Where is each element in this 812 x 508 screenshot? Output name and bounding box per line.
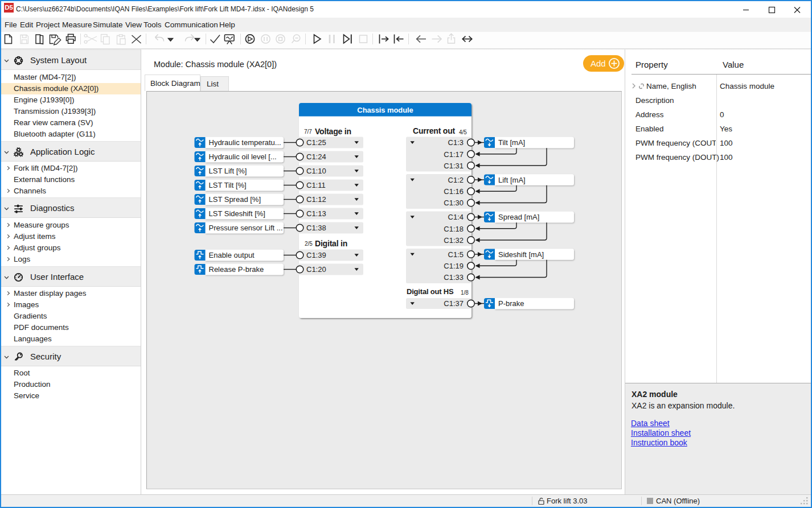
svg-text:C1:17: C1:17	[444, 150, 464, 159]
svg-text:C1:39: C1:39	[306, 251, 326, 259]
svg-text:C1:30: C1:30	[444, 199, 464, 207]
svg-text:LST Lift [%]: LST Lift [%]	[209, 167, 247, 175]
svg-text:C1:24: C1:24	[306, 152, 326, 161]
svg-text:C1:31: C1:31	[444, 162, 464, 170]
svg-text:Enable output: Enable output	[209, 251, 255, 259]
svg-text:C1:10: C1:10	[306, 167, 326, 175]
svg-text:C1:37: C1:37	[444, 299, 464, 308]
svg-text:C1:33: C1:33	[444, 273, 464, 282]
svg-text:C1:11: C1:11	[306, 181, 326, 189]
svg-text:LST Spread [%]: LST Spread [%]	[209, 195, 261, 204]
svg-text:Digital out HS: Digital out HS	[407, 287, 454, 296]
svg-text:Pressure sensor Lift ...: Pressure sensor Lift ...	[209, 224, 283, 232]
svg-text:Hydraulic temperatu...: Hydraulic temperatu...	[209, 138, 281, 147]
svg-text:4/5: 4/5	[459, 129, 467, 135]
svg-text:C1:25: C1:25	[306, 138, 326, 147]
svg-text:C1:18: C1:18	[444, 225, 464, 233]
svg-text:Sideshift [mA]: Sideshift [mA]	[498, 250, 544, 259]
svg-text:2/5: 2/5	[305, 241, 313, 247]
svg-text:Digital in: Digital in	[315, 239, 347, 248]
svg-text:Spread [mA]: Spread [mA]	[498, 213, 539, 221]
svg-text:Tilt [mA]: Tilt [mA]	[498, 138, 525, 147]
svg-text:LST Tilt [%]: LST Tilt [%]	[209, 181, 247, 189]
svg-text:C1:20: C1:20	[306, 265, 326, 274]
svg-text:C1:12: C1:12	[306, 195, 326, 204]
svg-text:C1:5: C1:5	[448, 250, 464, 259]
svg-text:C1:13: C1:13	[306, 209, 326, 218]
svg-text:Current out: Current out	[413, 126, 456, 135]
svg-text:Chassis module: Chassis module	[357, 106, 413, 114]
svg-text:Voltage in: Voltage in	[315, 127, 351, 136]
svg-text:Hydraulic oil level [...: Hydraulic oil level [...	[209, 152, 277, 161]
svg-text:7/7: 7/7	[304, 129, 312, 135]
svg-text:1/8: 1/8	[461, 290, 469, 296]
svg-text:C1:32: C1:32	[444, 236, 464, 245]
svg-text:Lift [mA]: Lift [mA]	[498, 176, 526, 184]
svg-text:C1:3: C1:3	[448, 138, 464, 147]
svg-text:Release P-brake: Release P-brake	[209, 265, 264, 274]
svg-text:C1:16: C1:16	[444, 187, 464, 196]
svg-text:C1:38: C1:38	[306, 224, 326, 232]
svg-text:P-brake: P-brake	[498, 299, 524, 308]
svg-text:C1:4: C1:4	[448, 213, 464, 221]
svg-text:LST Sideshift [%]: LST Sideshift [%]	[209, 209, 265, 218]
svg-text:C1:19: C1:19	[444, 262, 464, 270]
svg-text:C1:2: C1:2	[448, 176, 464, 184]
